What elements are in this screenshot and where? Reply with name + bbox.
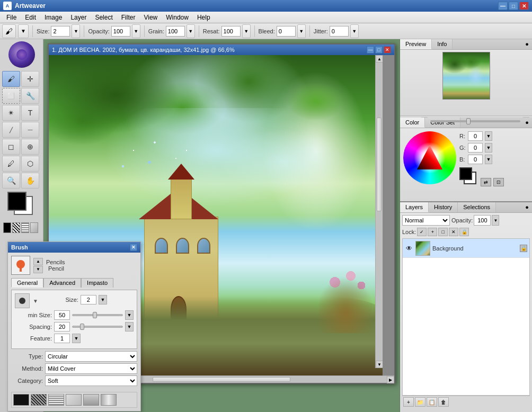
scroll-up[interactable]: ▲ (376, 55, 383, 62)
hand-tool[interactable]: ✋ (21, 173, 39, 189)
zoom-slider-thumb[interactable] (466, 118, 471, 124)
menu-image[interactable]: Image (40, 12, 66, 23)
layers-panel-close[interactable]: ● (522, 202, 532, 212)
text-tool[interactable]: T (21, 105, 39, 121)
grain-input[interactable] (166, 26, 185, 37)
lock-icon[interactable]: 🔒 (459, 228, 469, 236)
jitter-input[interactable] (330, 26, 349, 37)
layer-duplicate-button[interactable]: 📋 (427, 397, 437, 407)
menu-window[interactable]: Window (162, 12, 193, 23)
color-swatch-area[interactable] (3, 192, 40, 218)
brush-next[interactable]: ▼ (33, 266, 43, 273)
lock-transparency[interactable]: ✓ (417, 228, 427, 236)
brush-shape-preview[interactable] (15, 293, 30, 308)
menu-filter[interactable]: Filter (117, 12, 140, 23)
layer-visibility-toggle[interactable]: 👁 (405, 244, 413, 253)
color-wheel[interactable] (403, 131, 456, 184)
menu-file[interactable]: File (2, 12, 21, 23)
grain-dropdown[interactable]: ▼ (187, 24, 195, 38)
tab-impasto[interactable]: Impasto (81, 278, 113, 288)
brush-size-down[interactable]: ▼ (99, 295, 107, 304)
tab-selections[interactable]: Selections (458, 202, 496, 212)
min-size-down[interactable]: ▼ (125, 310, 134, 320)
lock-move[interactable]: □ (438, 228, 448, 236)
spacing-thumb[interactable] (80, 324, 84, 330)
resat-input[interactable] (221, 26, 241, 37)
lock-all[interactable]: ✕ (449, 228, 458, 236)
b-down[interactable]: ▼ (485, 155, 492, 164)
clone-tool[interactable]: ⊕ (21, 139, 39, 155)
tab-history[interactable]: History (429, 202, 458, 212)
move-tool[interactable]: ✛ (21, 71, 39, 87)
rect-select-tool[interactable]: ⬜ (2, 88, 20, 104)
bleed-input[interactable] (277, 26, 296, 37)
min-size-slider[interactable] (72, 314, 123, 316)
pattern-1[interactable] (3, 222, 11, 233)
spacing-slider[interactable] (72, 326, 123, 328)
pattern-3[interactable] (21, 222, 29, 233)
opacity-dropdown[interactable]: ▼ (132, 24, 140, 38)
size-input[interactable] (51, 26, 70, 37)
pattern-2[interactable] (12, 222, 20, 233)
category-select[interactable]: Soft (45, 375, 137, 386)
tab-preview[interactable]: Preview (400, 39, 432, 49)
paint-tool[interactable]: 🖌 (2, 71, 20, 87)
feature-down[interactable]: ▼ (72, 334, 81, 343)
maximize-button[interactable]: □ (509, 2, 518, 10)
brush-size-input[interactable] (81, 295, 96, 304)
resat-dropdown[interactable]: ▼ (242, 24, 251, 38)
window-controls[interactable]: — □ ✕ (498, 2, 529, 10)
preview-panel-close[interactable]: ● (522, 39, 532, 49)
tab-general[interactable]: General (11, 278, 43, 288)
lock-paint[interactable]: + (428, 228, 437, 236)
scroll-right[interactable]: ▶ (387, 376, 394, 383)
brush-swatch-1[interactable] (13, 394, 29, 406)
zoom-tool[interactable]: 🔍 (2, 173, 20, 189)
brush-swatch-2[interactable] (31, 394, 47, 406)
pattern-4[interactable] (30, 222, 38, 233)
brush-tool-btn[interactable]: 🖌 (2, 24, 16, 38)
tab-advanced[interactable]: Advanced (43, 278, 81, 288)
brush-spacing-input[interactable] (54, 322, 70, 332)
brush-swatch-6[interactable] (101, 394, 117, 406)
eraser-tool[interactable]: ◻ (2, 139, 20, 155)
color-triangle-container[interactable] (415, 143, 445, 173)
bleed-dropdown[interactable]: ▼ (297, 24, 306, 38)
layer-delete-button[interactable]: 🗑 (438, 397, 449, 407)
menu-layer[interactable]: Layer (66, 12, 91, 23)
lasso-tool[interactable]: 🔧 (21, 88, 39, 104)
g-down[interactable]: ▼ (485, 143, 492, 153)
line-tool[interactable]: ╱ (2, 122, 20, 138)
g-value[interactable] (468, 143, 483, 153)
fg-bg-swatches[interactable] (459, 167, 478, 186)
brush-swatch-3[interactable] (48, 394, 64, 406)
menu-select[interactable]: Select (91, 12, 117, 23)
layer-folder-button[interactable]: 📁 (415, 397, 425, 407)
method-select[interactable]: Mild Cover (45, 363, 137, 374)
opacity-dropdown[interactable]: ▼ (492, 215, 499, 226)
min-size-thumb[interactable] (93, 312, 97, 318)
type-select[interactable]: Circular (45, 351, 137, 362)
b-value[interactable] (468, 155, 483, 164)
layer-lock-icon[interactable]: 🔒 (520, 245, 527, 252)
fg-swatch[interactable] (459, 167, 472, 180)
brush-feature-input[interactable] (54, 334, 70, 343)
tab-color-set[interactable]: Color Set (425, 118, 460, 128)
blend-mode-select[interactable]: Normal (402, 215, 450, 226)
r-down[interactable]: ▼ (485, 131, 492, 141)
layer-opacity-input[interactable] (474, 215, 491, 226)
canvas-controls[interactable]: — □ ✕ (367, 46, 391, 53)
scroll-thumb-h[interactable] (153, 377, 291, 382)
swap-colors-btn[interactable]: ⇄ (481, 178, 491, 186)
tab-info[interactable]: Info (432, 39, 453, 49)
canvas-maximize[interactable]: □ (375, 46, 383, 53)
zoom-slider[interactable] (430, 120, 520, 122)
menu-help[interactable]: Help (193, 12, 215, 23)
spacing-down[interactable]: ▼ (125, 322, 134, 332)
shape-dropdown-arrow[interactable]: ▼ (33, 298, 38, 304)
jitter-dropdown[interactable]: ▼ (350, 24, 359, 38)
scroll-down[interactable]: ▼ (376, 361, 383, 368)
fill-tool[interactable]: ⬡ (21, 156, 39, 172)
canvas-close[interactable]: ✕ (384, 46, 391, 53)
foreground-color-swatch[interactable] (7, 192, 26, 211)
